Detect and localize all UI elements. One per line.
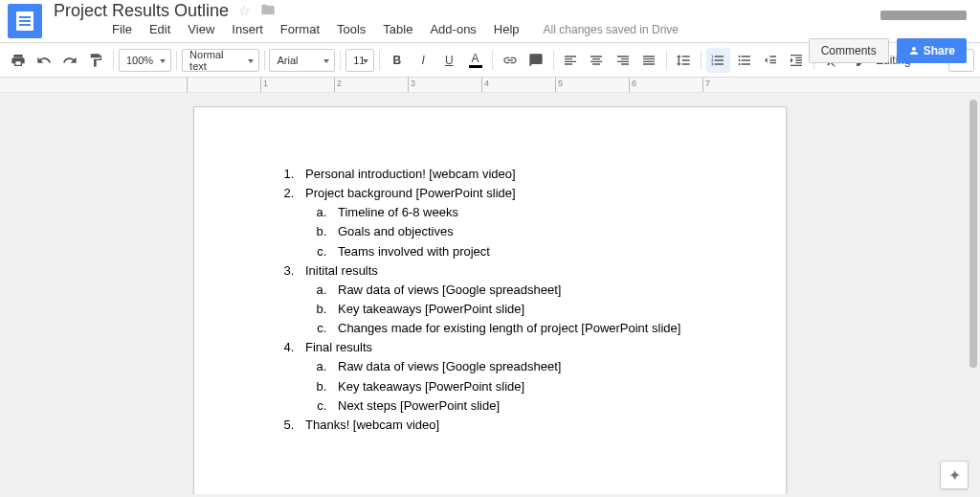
text-color-button[interactable]: A: [463, 48, 487, 73]
font-size-dropdown[interactable]: 11: [345, 49, 374, 72]
outline-subitem[interactable]: Key takeaways [PowerPoint slide]: [330, 300, 719, 319]
menu-help[interactable]: Help: [489, 20, 524, 38]
outline-item-text[interactable]: Final results: [305, 340, 372, 354]
ruler-tick: 1: [260, 78, 334, 92]
outline-subitem[interactable]: Timeline of 6-8 weeks: [330, 203, 719, 222]
outline-sublist: Raw data of views [Google spreadsheet]Ke…: [305, 281, 719, 338]
undo-icon[interactable]: [32, 48, 56, 73]
paragraph-style-dropdown[interactable]: Normal text: [182, 49, 258, 72]
outline-subitem[interactable]: Goals and objectives: [330, 222, 719, 241]
outline-item-text[interactable]: Initital results: [305, 263, 378, 278]
menu-table[interactable]: Table: [378, 20, 417, 38]
menu-edit[interactable]: Edit: [145, 20, 175, 38]
menu-insert[interactable]: Insert: [227, 20, 268, 38]
outline-item[interactable]: Final resultsRaw data of views [Google s…: [298, 338, 719, 416]
scrollbar-thumb[interactable]: [969, 100, 977, 368]
italic-button[interactable]: I: [411, 48, 434, 73]
ruler-tick: 7: [702, 78, 776, 92]
outline-item-text[interactable]: Personal introduction! [webcam video]: [305, 167, 516, 181]
ruler-tick: 3: [408, 78, 481, 92]
outline-subitem[interactable]: Raw data of views [Google spreadsheet]: [330, 357, 719, 376]
outline-subitem[interactable]: Teams involved with project: [330, 242, 719, 261]
star-icon[interactable]: ☆: [238, 3, 251, 18]
outline-item-text[interactable]: Thanks! [webcam video]: [305, 418, 439, 432]
outline-subitem[interactable]: Changes made for existing length of proj…: [330, 319, 719, 338]
ruler-tick: 4: [481, 78, 555, 92]
outline-item-text[interactable]: Project background [PowerPoint slide]: [305, 186, 516, 200]
app-header: Project Results Outline ☆ FileEditViewIn…: [0, 0, 980, 43]
ruler-tick: [187, 78, 260, 92]
outline-sublist: Timeline of 6-8 weeksGoals and objective…: [305, 203, 719, 260]
align-left-icon[interactable]: [559, 48, 583, 73]
folder-icon[interactable]: [260, 2, 276, 20]
outline-subitem[interactable]: Next steps [PowerPoint slide]: [330, 396, 719, 416]
menu-format[interactable]: Format: [276, 20, 324, 38]
print-icon[interactable]: [6, 48, 30, 73]
ruler-tick: 2: [334, 78, 408, 92]
ruler-tick: 5: [555, 78, 629, 92]
bold-button[interactable]: B: [385, 48, 409, 73]
menu-tools[interactable]: Tools: [332, 20, 370, 38]
outline-list[interactable]: Personal introduction! [webcam video]Pro…: [280, 165, 719, 435]
menu-file[interactable]: File: [107, 20, 137, 38]
document-page[interactable]: Personal introduction! [webcam video]Pro…: [193, 106, 787, 494]
align-justify-icon[interactable]: [636, 48, 660, 73]
underline-button[interactable]: U: [437, 48, 461, 73]
outline-item[interactable]: Initital resultsRaw data of views [Googl…: [298, 261, 719, 339]
align-center-icon[interactable]: [585, 48, 609, 73]
share-button[interactable]: Share: [897, 38, 967, 63]
outline-sublist: Raw data of views [Google spreadsheet]Ke…: [305, 357, 719, 415]
insert-link-icon[interactable]: [498, 48, 522, 73]
comments-button[interactable]: Comments: [809, 38, 889, 63]
bulleted-list-icon[interactable]: [732, 48, 756, 73]
zoom-dropdown[interactable]: 100%: [119, 49, 171, 72]
ruler[interactable]: 1234567: [0, 78, 980, 93]
save-status: All changes saved in Drive: [544, 23, 679, 36]
redo-icon[interactable]: [58, 48, 82, 73]
decrease-indent-icon[interactable]: [758, 48, 782, 73]
outline-item[interactable]: Project background [PowerPoint slide]Tim…: [298, 184, 719, 261]
increase-indent-icon[interactable]: [785, 48, 809, 73]
font-dropdown[interactable]: Arial: [269, 49, 335, 72]
scrollbar-vertical[interactable]: [969, 98, 978, 481]
document-title[interactable]: Project Results Outline: [54, 1, 229, 21]
align-right-icon[interactable]: [611, 48, 635, 73]
title-row: Project Results Outline ☆ FileEditViewIn…: [0, 0, 980, 42]
outline-subitem[interactable]: Raw data of views [Google spreadsheet]: [330, 281, 719, 300]
menu-addons[interactable]: Add-ons: [425, 20, 480, 38]
outline-subitem[interactable]: Key takeaways [PowerPoint slide]: [330, 377, 719, 396]
paint-format-icon[interactable]: [84, 48, 108, 73]
document-canvas[interactable]: Personal introduction! [webcam video]Pro…: [0, 93, 980, 494]
outline-item[interactable]: Personal introduction! [webcam video]: [298, 165, 719, 184]
ruler-tick: 6: [629, 78, 702, 92]
explore-button[interactable]: ✦: [940, 461, 969, 489]
docs-logo-icon[interactable]: [8, 4, 42, 38]
line-spacing-icon[interactable]: [672, 48, 696, 73]
user-avatar[interactable]: [880, 11, 967, 20]
insert-comment-icon[interactable]: [523, 48, 547, 73]
menu-view[interactable]: View: [183, 20, 219, 38]
share-label: Share: [924, 44, 955, 57]
outline-item[interactable]: Thanks! [webcam video]: [298, 416, 719, 435]
numbered-list-icon[interactable]: [706, 48, 730, 73]
